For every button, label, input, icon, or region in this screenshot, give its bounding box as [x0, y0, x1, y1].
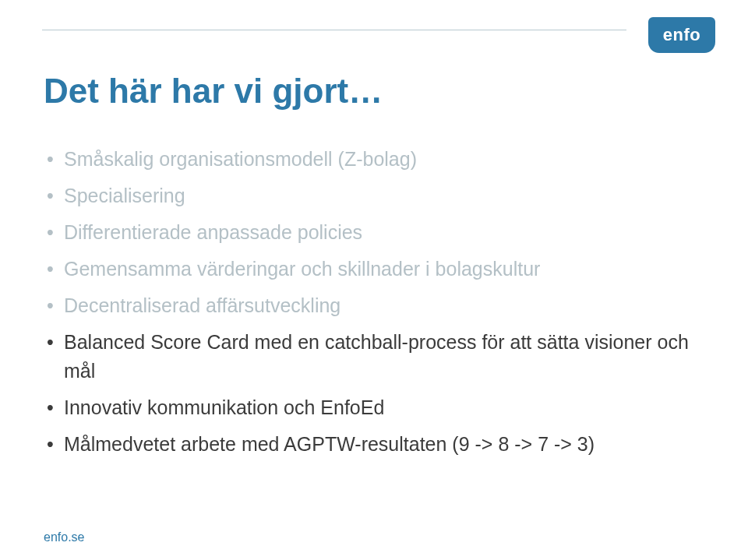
- brand-logo-text: enfo: [663, 25, 700, 45]
- slide-content: Det här har vi gjort… Småskalig organisa…: [44, 72, 704, 467]
- list-item: Differentierade anpassade policies: [45, 218, 704, 247]
- list-item: Balanced Score Card med en catchball-pro…: [45, 328, 704, 386]
- list-item: Gemensamma värderingar och skillnader i …: [45, 255, 704, 284]
- list-item: Målmedvetet arbete med AGPTW-resultaten …: [45, 430, 704, 459]
- list-item: Specialisering: [45, 181, 704, 210]
- brand-logo: enfo: [648, 17, 715, 53]
- slide-title: Det här har vi gjort…: [44, 72, 704, 111]
- list-item: Småskalig organisationsmodell (Z-bolag): [45, 145, 704, 174]
- list-item: Decentraliserad affärsutveckling: [45, 291, 704, 320]
- header-divider: [42, 30, 626, 30]
- bullet-list: Småskalig organisationsmodell (Z-bolag) …: [44, 145, 704, 459]
- footer-url: enfo.se: [44, 530, 84, 544]
- list-item: Innovativ kommunikation och EnfoEd: [45, 393, 704, 422]
